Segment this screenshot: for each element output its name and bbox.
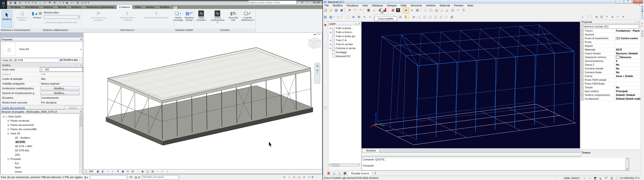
view-select[interactable]: Vista 3D: 3D STR▾ xyxy=(2,58,60,62)
properties-panel-titlebar[interactable]: Proprietà ✕ xyxy=(1,38,83,42)
grid-toggle-icon[interactable]: ▦ xyxy=(609,176,614,180)
property-row[interactable]: Opzioni di visualizzazione g... Modifica… xyxy=(1,91,83,96)
workset-button[interactable]: ▮▲⚙ Workset xyxy=(32,10,43,19)
scroll-left-icon[interactable]: ◂ xyxy=(329,164,330,166)
snap-settings-icon[interactable]: ▦ xyxy=(366,8,371,12)
sprop-row[interactable]: Sisma ZNo xyxy=(580,63,640,67)
loads-icon[interactable]: ♟ xyxy=(377,8,382,12)
account-icon[interactable]: ◌ xyxy=(308,0,312,4)
menu-modifica[interactable]: Modifica xyxy=(331,4,344,7)
layer-freeze-icon[interactable]: ○ xyxy=(343,15,348,19)
view-restore-icon[interactable]: ❐ xyxy=(316,33,318,36)
copy-monitor-button[interactable]: ∿ Copia/ Controlla ▾ xyxy=(194,10,208,21)
grid-edit-icon[interactable]: ♖ xyxy=(586,14,590,19)
view-close-icon[interactable]: ✕ xyxy=(319,33,320,36)
text-style-icon[interactable]: T xyxy=(396,8,400,12)
layer-item[interactable]: ⊞✓Colonne in acciai xyxy=(329,46,361,50)
sprop-row[interactable]: FormaAsse + Solido xyxy=(580,74,640,78)
cut-icon[interactable]: ✂ xyxy=(616,14,620,19)
gray-inactive-worksets-toggle[interactable]: ❏ Visualizza in grigio workset non attiv… xyxy=(44,21,77,24)
tree-item[interactable]: 3D - Analitico xyxy=(2,136,83,140)
select-filter-icon[interactable]: ◀ xyxy=(594,14,598,19)
temporary-hide-icon[interactable]: ◔ xyxy=(136,169,140,174)
vr-cases-icon[interactable]: ◰ xyxy=(640,15,644,17)
properties-pin-icon[interactable]: ⊥ xyxy=(635,20,637,24)
scroll-right-icon[interactable]: ▸ xyxy=(358,164,360,166)
search-found-icon[interactable]: ◬ xyxy=(337,171,342,176)
layer-scroll-thumb[interactable] xyxy=(332,164,340,166)
sprop-row[interactable]: TiranteNo xyxy=(580,86,640,90)
signin-label[interactable]: Accedi xyxy=(313,1,320,4)
sprop-row[interactable]: ▷Sezione xyxy=(580,33,640,36)
vr-check2-icon[interactable]: k xyxy=(640,24,644,27)
tab-struttura[interactable]: Struttura xyxy=(8,5,22,9)
search-all-icon[interactable]: ▩ xyxy=(342,171,347,176)
sprop-row[interactable]: TroncoFondazione - Piano 2 xyxy=(580,29,640,33)
restore-button[interactable]: ❐ xyxy=(624,0,632,4)
scroll-up-icon[interactable]: ▲ xyxy=(80,63,82,67)
section-box-icon[interactable]: ◻ xyxy=(444,15,449,19)
array-icon[interactable]: ❖ xyxy=(621,14,626,19)
vr-misc3-icon[interactable]: ▩ xyxy=(640,34,644,37)
edit-type-button[interactable]: ▦ Modifica tipo xyxy=(60,58,78,62)
zoom-out-icon[interactable]: − xyxy=(367,15,372,19)
vr-views-icon[interactable]: ◫ xyxy=(640,12,644,15)
group-label-gestione-modelli[interactable]: Gestione modelli xyxy=(174,28,194,32)
group-label-sincronizza[interactable]: Sincronizza ▾ xyxy=(81,28,174,32)
redo-icon[interactable]: ↷ xyxy=(30,1,34,4)
panel-window-icon[interactable]: ❐ xyxy=(323,106,328,110)
tree-item[interactable]: Ovest xyxy=(2,170,83,174)
angle-unit-icon[interactable]: C° xyxy=(604,176,608,180)
vr-misc2-icon[interactable]: ▨ xyxy=(640,32,644,34)
layer-dropdown-icon[interactable]: ▾ xyxy=(333,15,335,19)
type-selector[interactable]: ⌂ Vista 3D ▾ xyxy=(1,42,83,58)
tab-inserisci[interactable]: Inserisci xyxy=(42,5,55,9)
undo-icon[interactable]: ↶ xyxy=(24,1,28,4)
property-row[interactable]: Mostra linee nascoste Per disciplina xyxy=(1,100,83,105)
sprop-row[interactable]: ▷Punto FEM finale xyxy=(580,82,640,86)
properties-close-icon[interactable]: ✕ xyxy=(80,38,82,41)
sprop-row[interactable]: Assi verificaPrincipali xyxy=(580,90,640,93)
sprop-row[interactable]: ▷Punto FEM iniziale xyxy=(580,78,640,82)
layer-item[interactable]: Elementi IFC xyxy=(329,54,361,58)
default-3d-view-icon[interactable]: ◇ xyxy=(58,1,62,4)
show-constraints-icon[interactable]: ⊢ xyxy=(160,169,165,174)
ribbon-collapse-dropdown-icon[interactable]: ▾ xyxy=(178,6,179,8)
visual-style-icon[interactable]: ◧ xyxy=(101,169,105,174)
ortho-toggle-icon[interactable]: ◣ xyxy=(598,176,603,180)
search-icon[interactable]: ⌕ xyxy=(296,0,300,4)
layer-on-icon[interactable]: ● xyxy=(336,15,340,19)
beam-tool-icon[interactable]: ◆ xyxy=(323,22,328,27)
section-icon[interactable]: ◉ xyxy=(65,1,69,4)
menu-disegna[interactable]: Disegna xyxy=(386,4,398,7)
layer-hscrollbar[interactable]: ◂ ▸ xyxy=(329,163,360,167)
child-minimize-icon[interactable]: — xyxy=(635,4,637,6)
project-browser-close-icon[interactable]: ✕ xyxy=(80,110,82,114)
property-row[interactable]: Livello di dettaglio Alto xyxy=(1,77,83,82)
new-file-icon[interactable]: ❏ xyxy=(323,8,328,12)
tab-architettura[interactable]: Architettura xyxy=(23,5,40,9)
active-workset-select[interactable]: ▾ xyxy=(44,15,80,19)
menu-aiuto[interactable]: Aiuto xyxy=(466,4,475,7)
reconcile-hosting-button[interactable]: ▮↻ Riconcilia host xyxy=(227,10,240,21)
zoom-previous-icon[interactable]: ⊘ xyxy=(398,15,403,19)
tree-item[interactable]: ⊞ Piante dei pavimenti xyxy=(2,123,83,127)
function-icon[interactable]: ƒ xyxy=(373,171,378,176)
design-option-select[interactable]: Modello principale▾ xyxy=(142,175,180,180)
sismicad-titlebar[interactable]: S² Sismicad 12.7 — ❐ ✕ xyxy=(323,0,644,4)
sun-path-icon[interactable]: ☀ xyxy=(106,169,110,174)
browser-scrollbar-thumb[interactable] xyxy=(80,117,82,126)
menu-finestre[interactable]: Finestre xyxy=(452,4,465,7)
tab-modifica[interactable]: Modifica xyxy=(158,5,172,9)
bulb-dropdown-icon[interactable]: ▾ xyxy=(340,15,342,19)
sismicad-viewport[interactable] xyxy=(362,22,580,148)
vr-levels-icon[interactable]: ▤ xyxy=(640,4,644,8)
text-icon[interactable]: A xyxy=(53,1,57,4)
layer-states-icon[interactable]: ▤ xyxy=(323,15,328,19)
menu-viste[interactable]: Viste xyxy=(360,4,370,7)
menu-elaborati[interactable]: Elaborati xyxy=(438,4,452,7)
tab-gestisci[interactable]: Gestisci xyxy=(144,5,157,9)
undo-dropdown-icon[interactable]: ▾ xyxy=(28,1,30,4)
properties-close-icon[interactable]: ✕ xyxy=(638,20,640,24)
sprop-row[interactable]: Sovraresistenza0 xyxy=(580,59,640,63)
